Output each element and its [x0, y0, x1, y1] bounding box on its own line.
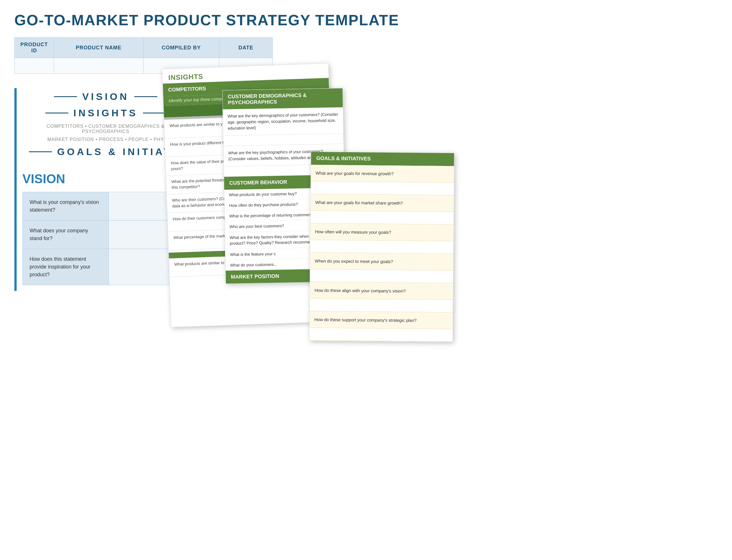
demo-q1: What are the key demographics of your cu…: [228, 112, 338, 131]
goals-q-row-4: When do you expect to meet your goals?: [310, 253, 453, 271]
toc-line-right: [134, 96, 157, 97]
demo-beh-q4-label: Who are your best customers?: [229, 223, 284, 229]
toc-insights-label: INSIGHTS: [74, 107, 138, 119]
goals-q4: When do you expect to meet your goals?: [315, 258, 393, 264]
toc-vision-label: VISION: [82, 91, 129, 102]
goals-overlay-card: GOALS & INITIATIVES What are your goals …: [309, 152, 454, 342]
goals-q3: How often will you measure your goals?: [315, 229, 391, 235]
left-border-accent: [14, 88, 17, 291]
goals-a2[interactable]: [311, 211, 453, 225]
col-date: DATE: [219, 38, 273, 58]
goals-q-row-5: How do these align with your company's v…: [310, 282, 453, 300]
col-compiled-by: COMPILED BY: [143, 38, 219, 58]
goals-q2: What are your goals for market share gro…: [315, 200, 403, 206]
toc-goals-label: GOALS & INITIATI: [57, 146, 177, 157]
cell-product-id[interactable]: [15, 58, 54, 74]
goals-header: GOALS & INITIATIVES: [311, 152, 454, 166]
goals-q-row-2: What are your goals for market share gro…: [311, 194, 453, 212]
col-product-id: PRODUCT ID: [15, 38, 54, 58]
cell-product-name[interactable]: [54, 58, 144, 74]
toc-market-items: MARKET POSITION • PROCESS • PEOPLE • PHY: [22, 137, 189, 142]
goals-q-row-6: How do these support your company's stra…: [310, 311, 453, 329]
demo-beh-q6-label: What is the feature your c: [230, 252, 276, 257]
goals-a6[interactable]: [310, 328, 452, 342]
goals-a5[interactable]: [310, 299, 453, 312]
goals-q-row-3: How often will you measure your goals?: [310, 223, 453, 241]
goals-q5: How do these align with your company's v…: [315, 288, 406, 293]
vision-section: VISION What is your company's vision sta…: [22, 172, 189, 285]
goals-a4[interactable]: [310, 269, 453, 283]
toc-goals-line-left: [29, 151, 52, 152]
vision-heading: VISION: [22, 172, 189, 186]
demo-beh-q3-label: What is the percentage of returning cust…: [229, 212, 314, 218]
demo-q-row-1: What are the key demographics of your cu…: [223, 107, 343, 136]
goals-a1[interactable]: [311, 181, 454, 195]
toc-insights-line-right: [143, 113, 166, 113]
goals-q1: What are your goals for revenue growth?: [316, 171, 393, 176]
demo-beh-q7-label: What do your customers...: [230, 262, 277, 268]
page-title: GO-TO-MARKET PRODUCT STRATEGY TEMPLATE: [14, 11, 718, 29]
goals-q6: How do these support your company's stra…: [314, 317, 417, 323]
demographics-header: CUSTOMER DEMOGRAPHICS & PSYCHOGRAPHICS: [223, 88, 343, 109]
toc-goals: GOALS & INITIATI: [22, 146, 189, 157]
toc-line-left: [54, 96, 77, 97]
goals-q-row-1: What are your goals for revenue growth?: [311, 165, 454, 183]
vision-q2: What does your company stand for?: [23, 221, 109, 249]
demo-beh-q2-label: How often do they purchase products?: [229, 202, 298, 208]
toc-insights-line-left: [45, 113, 68, 113]
goals-a3[interactable]: [310, 240, 453, 254]
col-product-name: PRODUCT NAME: [54, 38, 144, 58]
vision-q3: How does this statement provide inspirat…: [23, 249, 109, 285]
vision-q1: What is your company's vision statement?: [23, 192, 109, 221]
demo-beh-q1-label: What products do your customer buy?: [229, 191, 297, 197]
